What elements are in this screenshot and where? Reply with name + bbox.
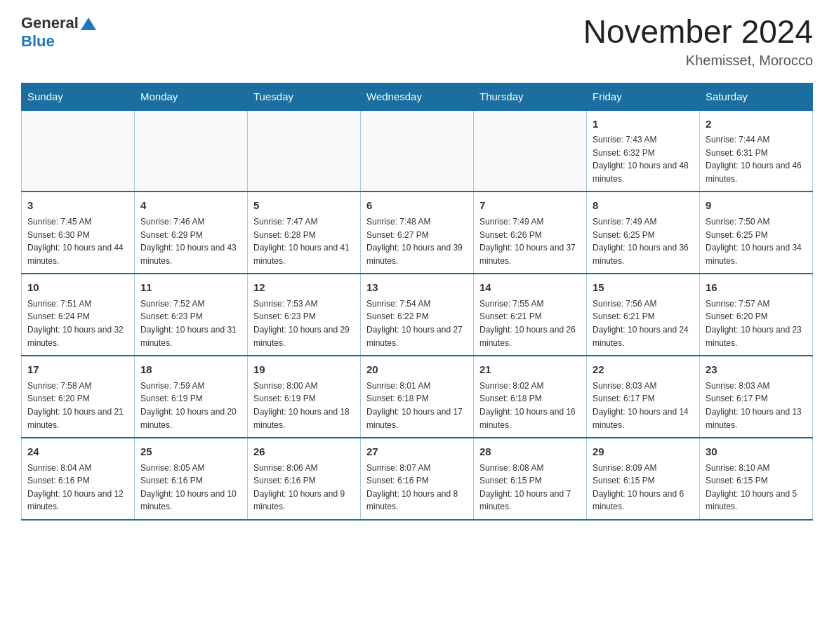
weekday-header-sunday: Sunday [22,83,135,110]
week-row-5: 24Sunrise: 8:04 AM Sunset: 6:16 PM Dayli… [22,438,813,520]
sun-info: Sunrise: 7:43 AM Sunset: 6:32 PM Dayligh… [593,133,694,185]
calendar-cell [135,110,248,192]
day-number: 29 [593,444,694,460]
calendar-cell: 22Sunrise: 8:03 AM Sunset: 6:17 PM Dayli… [587,356,700,438]
day-number: 30 [706,444,807,460]
calendar-cell: 8Sunrise: 7:49 AM Sunset: 6:25 PM Daylig… [587,192,700,274]
sun-info: Sunrise: 7:49 AM Sunset: 6:25 PM Dayligh… [593,215,694,267]
sun-info: Sunrise: 7:44 AM Sunset: 6:31 PM Dayligh… [706,133,807,185]
calendar-cell: 19Sunrise: 8:00 AM Sunset: 6:19 PM Dayli… [248,356,361,438]
sun-info: Sunrise: 8:05 AM Sunset: 6:16 PM Dayligh… [140,462,241,514]
calendar-cell [22,110,135,192]
location-subtitle: Khemisset, Morocco [583,53,813,69]
day-number: 15 [593,280,694,296]
calendar-cell: 27Sunrise: 8:07 AM Sunset: 6:16 PM Dayli… [361,438,474,520]
calendar-cell: 2Sunrise: 7:44 AM Sunset: 6:31 PM Daylig… [700,110,813,192]
calendar-cell: 28Sunrise: 8:08 AM Sunset: 6:15 PM Dayli… [474,438,587,520]
day-number: 16 [706,280,807,296]
calendar-cell: 7Sunrise: 7:49 AM Sunset: 6:26 PM Daylig… [474,192,587,274]
calendar-cell: 5Sunrise: 7:47 AM Sunset: 6:28 PM Daylig… [248,192,361,274]
day-number: 21 [479,362,581,378]
sun-info: Sunrise: 7:51 AM Sunset: 6:24 PM Dayligh… [27,297,128,349]
day-number: 4 [140,198,241,214]
day-number: 26 [253,444,355,460]
day-number: 11 [140,280,241,296]
sun-info: Sunrise: 8:00 AM Sunset: 6:19 PM Dayligh… [253,380,355,431]
logo: General Blue [21,14,96,51]
sun-info: Sunrise: 8:07 AM Sunset: 6:16 PM Dayligh… [366,462,468,514]
sun-info: Sunrise: 8:04 AM Sunset: 6:16 PM Dayligh… [27,462,128,514]
week-row-3: 10Sunrise: 7:51 AM Sunset: 6:24 PM Dayli… [22,274,813,356]
sun-info: Sunrise: 7:54 AM Sunset: 6:22 PM Dayligh… [366,297,468,349]
sun-info: Sunrise: 7:56 AM Sunset: 6:21 PM Dayligh… [593,297,694,349]
day-number: 5 [253,198,355,214]
calendar-cell: 18Sunrise: 7:59 AM Sunset: 6:19 PM Dayli… [135,356,248,438]
day-number: 22 [593,362,694,378]
day-number: 20 [366,362,468,378]
sun-info: Sunrise: 7:49 AM Sunset: 6:26 PM Dayligh… [479,215,581,267]
sun-info: Sunrise: 8:06 AM Sunset: 6:16 PM Dayligh… [253,462,355,514]
calendar-table: SundayMondayTuesdayWednesdayThursdayFrid… [21,83,813,521]
day-number: 25 [140,444,241,460]
calendar-cell: 10Sunrise: 7:51 AM Sunset: 6:24 PM Dayli… [22,274,135,356]
sun-info: Sunrise: 7:58 AM Sunset: 6:20 PM Dayligh… [27,380,128,431]
sun-info: Sunrise: 7:46 AM Sunset: 6:29 PM Dayligh… [140,215,241,267]
sun-info: Sunrise: 8:03 AM Sunset: 6:17 PM Dayligh… [706,380,807,431]
sun-info: Sunrise: 8:09 AM Sunset: 6:15 PM Dayligh… [593,462,694,514]
calendar-cell: 16Sunrise: 7:57 AM Sunset: 6:20 PM Dayli… [700,274,813,356]
weekday-header-row: SundayMondayTuesdayWednesdayThursdayFrid… [22,83,813,110]
calendar-cell: 13Sunrise: 7:54 AM Sunset: 6:22 PM Dayli… [361,274,474,356]
logo-general-text: General [21,14,79,32]
month-title: November 2024 [583,14,813,50]
day-number: 13 [366,280,468,296]
day-number: 6 [366,198,468,214]
sun-info: Sunrise: 7:52 AM Sunset: 6:23 PM Dayligh… [140,297,241,349]
calendar-cell: 24Sunrise: 8:04 AM Sunset: 6:16 PM Dayli… [22,438,135,520]
calendar-cell: 11Sunrise: 7:52 AM Sunset: 6:23 PM Dayli… [135,274,248,356]
sun-info: Sunrise: 7:55 AM Sunset: 6:21 PM Dayligh… [479,297,581,349]
day-number: 28 [479,444,581,460]
calendar-cell: 23Sunrise: 8:03 AM Sunset: 6:17 PM Dayli… [700,356,813,438]
sun-info: Sunrise: 7:45 AM Sunset: 6:30 PM Dayligh… [27,215,128,267]
sun-info: Sunrise: 8:10 AM Sunset: 6:15 PM Dayligh… [706,462,807,514]
day-number: 12 [253,280,355,296]
weekday-header-monday: Monday [135,83,248,110]
day-number: 2 [706,116,807,133]
day-number: 27 [366,444,468,460]
calendar-cell: 26Sunrise: 8:06 AM Sunset: 6:16 PM Dayli… [248,438,361,520]
sun-info: Sunrise: 8:01 AM Sunset: 6:18 PM Dayligh… [366,380,468,431]
day-number: 10 [27,280,128,296]
sun-info: Sunrise: 8:08 AM Sunset: 6:15 PM Dayligh… [479,462,581,514]
weekday-header-tuesday: Tuesday [248,83,361,110]
sun-info: Sunrise: 7:47 AM Sunset: 6:28 PM Dayligh… [253,215,355,267]
week-row-2: 3Sunrise: 7:45 AM Sunset: 6:30 PM Daylig… [22,192,813,274]
calendar-cell: 15Sunrise: 7:56 AM Sunset: 6:21 PM Dayli… [587,274,700,356]
week-row-4: 17Sunrise: 7:58 AM Sunset: 6:20 PM Dayli… [22,356,813,438]
calendar-cell: 21Sunrise: 8:02 AM Sunset: 6:18 PM Dayli… [474,356,587,438]
calendar-cell: 30Sunrise: 8:10 AM Sunset: 6:15 PM Dayli… [700,438,813,520]
day-number: 14 [479,280,581,296]
weekday-header-friday: Friday [587,83,700,110]
week-row-1: 1Sunrise: 7:43 AM Sunset: 6:32 PM Daylig… [22,110,813,192]
day-number: 24 [27,444,128,460]
page-header: General Blue November 2024 Khemisset, Mo… [21,14,813,69]
sun-info: Sunrise: 7:53 AM Sunset: 6:23 PM Dayligh… [253,297,355,349]
sun-info: Sunrise: 8:02 AM Sunset: 6:18 PM Dayligh… [479,380,581,431]
day-number: 19 [253,362,355,378]
calendar-cell [361,110,474,192]
sun-info: Sunrise: 7:57 AM Sunset: 6:20 PM Dayligh… [706,297,807,349]
calendar-cell: 17Sunrise: 7:58 AM Sunset: 6:20 PM Dayli… [22,356,135,438]
logo-triangle-icon [81,18,96,30]
day-number: 17 [27,362,128,378]
calendar-cell: 3Sunrise: 7:45 AM Sunset: 6:30 PM Daylig… [22,192,135,274]
sun-info: Sunrise: 7:59 AM Sunset: 6:19 PM Dayligh… [140,380,241,431]
calendar-cell: 9Sunrise: 7:50 AM Sunset: 6:25 PM Daylig… [700,192,813,274]
calendar-cell: 20Sunrise: 8:01 AM Sunset: 6:18 PM Dayli… [361,356,474,438]
calendar-cell: 4Sunrise: 7:46 AM Sunset: 6:29 PM Daylig… [135,192,248,274]
day-number: 1 [593,116,694,133]
calendar-cell [248,110,361,192]
weekday-header-saturday: Saturday [700,83,813,110]
weekday-header-wednesday: Wednesday [361,83,474,110]
calendar-cell: 25Sunrise: 8:05 AM Sunset: 6:16 PM Dayli… [135,438,248,520]
day-number: 7 [479,198,581,214]
